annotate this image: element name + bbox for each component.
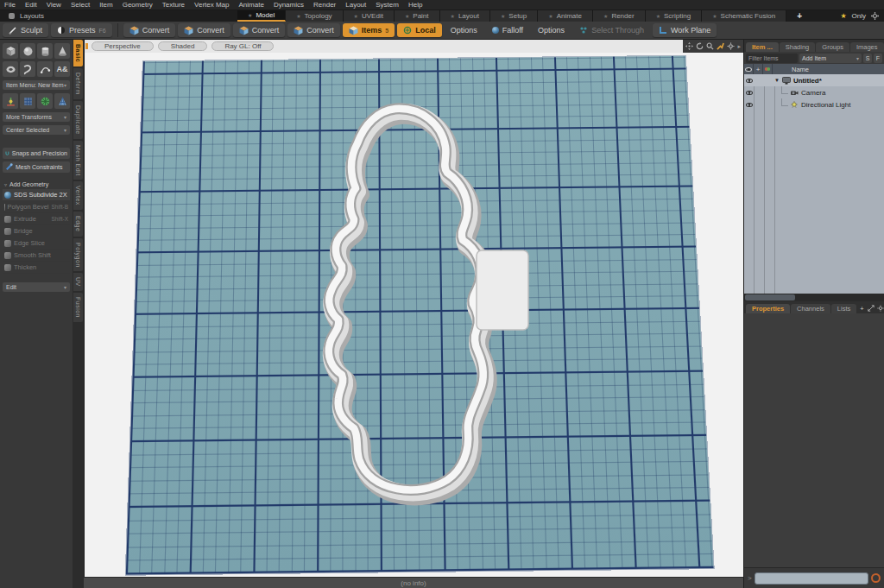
convert-button-2[interactable]: Convert xyxy=(178,23,230,37)
vtab-vertex[interactable]: Vertex xyxy=(73,181,83,210)
cube-primitive-button[interactable] xyxy=(3,43,18,59)
pivot-tool-button[interactable] xyxy=(3,93,18,109)
draw-style-icon[interactable] xyxy=(717,42,724,50)
raygl-selector[interactable]: Ray GL: Off xyxy=(212,41,274,51)
layout-tab-scripting[interactable]: ★Scripting xyxy=(646,10,703,22)
sculpt-button[interactable]: Sculpt xyxy=(3,23,48,37)
cylinder-primitive-button[interactable] xyxy=(37,43,53,59)
render-column-header[interactable] xyxy=(763,64,773,74)
tool-polygon-bevel[interactable]: Polygon Bevel Shift-B xyxy=(3,201,70,213)
record-macro-button[interactable] xyxy=(871,573,881,583)
tree-row-camera[interactable]: Camera xyxy=(744,86,884,98)
eye-icon[interactable] xyxy=(746,91,753,95)
local-button[interactable]: Local xyxy=(397,23,442,37)
mesh-constraints-button[interactable]: Mesh Constraints xyxy=(3,161,70,173)
select-through-button[interactable]: Select Through xyxy=(573,23,650,37)
cookie-cutter-model[interactable] xyxy=(294,90,561,513)
menu-render[interactable]: Render xyxy=(313,1,336,9)
falloff-button[interactable]: Falloff xyxy=(486,23,529,37)
lock-column-header[interactable]: + xyxy=(754,64,763,74)
options-button-1[interactable]: Options xyxy=(445,23,483,37)
text-primitive-button[interactable]: A& xyxy=(54,61,70,77)
item-menu-dropdown[interactable]: Item Menu: New Item▾ xyxy=(3,80,70,90)
menu-dynamics[interactable]: Dynamics xyxy=(274,1,304,9)
tree-row-directional-light[interactable]: Directional Light xyxy=(744,98,884,111)
vtab-uv[interactable]: UV xyxy=(73,273,83,291)
layouts-label[interactable]: Layouts xyxy=(20,12,44,20)
tab-shading[interactable]: Shading xyxy=(780,42,816,52)
poly-sphere-tool-button[interactable] xyxy=(37,93,53,109)
scrollbar-thumb[interactable] xyxy=(745,294,795,300)
presets-button[interactable]: Presets F6 xyxy=(51,23,112,37)
menu-item[interactable]: Item xyxy=(99,1,113,9)
snaps-precision-button[interactable]: Snaps and Precision xyxy=(3,148,70,159)
tool-smooth-shift[interactable]: Smooth Shift xyxy=(3,250,70,262)
visibility-column-header[interactable] xyxy=(744,64,754,74)
tab-groups[interactable]: Groups xyxy=(816,42,849,52)
tree-row-untitled[interactable]: ▼ Untitled* xyxy=(744,74,884,86)
zoom-icon[interactable] xyxy=(706,42,714,50)
scopes-button[interactable]: S xyxy=(863,54,872,63)
layout-tab-add[interactable]: + xyxy=(786,10,812,22)
layout-tab-model[interactable]: ★Model xyxy=(237,10,286,22)
shading-selector[interactable]: Shaded xyxy=(158,41,208,51)
more-transforms-dropdown[interactable]: More Transforms▾ xyxy=(3,112,70,122)
tab-properties[interactable]: Properties xyxy=(746,304,790,313)
tab-item-list[interactable]: Item ... xyxy=(746,42,779,52)
menu-system[interactable]: System xyxy=(376,1,399,9)
tab-channels[interactable]: Channels xyxy=(791,304,830,313)
edit-dropdown[interactable]: Edit▾ xyxy=(3,282,70,292)
tool-thicken[interactable]: Thicken xyxy=(3,262,70,274)
layout-tab-setup[interactable]: ★Setup xyxy=(490,10,538,22)
layout-tab-layout[interactable]: ★Layout xyxy=(440,10,490,22)
tool-extrude[interactable]: Extrude Shift-X xyxy=(3,213,70,225)
projection-selector[interactable]: Perspective xyxy=(92,41,154,51)
center-selected-dropdown[interactable]: Center Selected▾ xyxy=(3,125,70,135)
sphere-primitive-button[interactable] xyxy=(20,43,35,59)
command-input[interactable] xyxy=(755,572,868,585)
orbit-icon[interactable] xyxy=(696,42,704,50)
tool-sds-subdivide[interactable]: SDS Subdivide 2X xyxy=(3,189,70,201)
menu-file[interactable]: File xyxy=(4,1,16,9)
only-toggle[interactable]: Only xyxy=(852,12,866,20)
menu-geometry[interactable]: Geometry xyxy=(123,1,153,9)
tab-add[interactable]: + xyxy=(857,304,866,313)
menu-animate[interactable]: Animate xyxy=(239,1,264,9)
menu-layout[interactable]: Layout xyxy=(345,1,366,9)
menu-edit[interactable]: Edit xyxy=(25,1,37,9)
convert-button-4[interactable]: Convert xyxy=(287,23,340,37)
vtab-fusion[interactable]: Fusion xyxy=(73,293,83,322)
layout-tab-schematic-fusion[interactable]: ★Schematic Fusion xyxy=(702,10,786,22)
add-item-dropdown[interactable]: Add Item▾ xyxy=(799,54,862,63)
gear-icon[interactable] xyxy=(871,12,879,20)
add-geometry-header[interactable]: ▿ Add Geometry xyxy=(3,179,70,189)
work-plane-button[interactable]: Work Plane xyxy=(653,23,717,37)
vtab-mesh-edit[interactable]: Mesh Edit xyxy=(73,141,83,180)
convert-button-1[interactable]: Convert xyxy=(123,23,176,37)
tool-edge-slice[interactable]: Edge Slice xyxy=(3,237,70,250)
torus-primitive-button[interactable] xyxy=(3,61,18,77)
vtab-edge[interactable]: Edge xyxy=(73,212,83,236)
expand-arrow-icon[interactable]: ▸ xyxy=(737,43,741,50)
name-column-header[interactable]: Name xyxy=(773,66,809,73)
tab-lists[interactable]: Lists xyxy=(831,304,856,313)
eye-icon[interactable] xyxy=(746,103,753,107)
expand-triangle-icon[interactable]: ▼ xyxy=(774,78,780,83)
layout-tab-paint[interactable]: ★Paint xyxy=(395,10,440,22)
vtab-deform[interactable]: Deform xyxy=(73,68,83,99)
wire-cube-tool-button[interactable] xyxy=(20,93,35,109)
filter-items-input[interactable]: Filter Items xyxy=(746,54,798,63)
filter-button[interactable]: F xyxy=(874,54,882,63)
viewport-3d[interactable]: Perspective Shaded Ray GL: Off ▸ xyxy=(84,40,743,577)
vtab-polygon[interactable]: Polygon xyxy=(73,238,83,272)
tree-horizontal-scrollbar[interactable] xyxy=(744,294,884,301)
items-mode-button[interactable]: Items 5 xyxy=(343,23,395,37)
menu-help[interactable]: Help xyxy=(408,1,422,9)
layout-tab-topology[interactable]: ★Topology xyxy=(286,10,343,22)
layout-tab-animate[interactable]: ★Animate xyxy=(538,10,593,22)
layout-tab-uvedit[interactable]: ★UVEdit xyxy=(344,10,395,22)
curve-primitive-button[interactable] xyxy=(37,61,53,77)
tab-images[interactable]: Images xyxy=(850,42,884,52)
options-button-2[interactable]: Options xyxy=(532,23,571,37)
cone-primitive-button[interactable] xyxy=(54,43,70,59)
